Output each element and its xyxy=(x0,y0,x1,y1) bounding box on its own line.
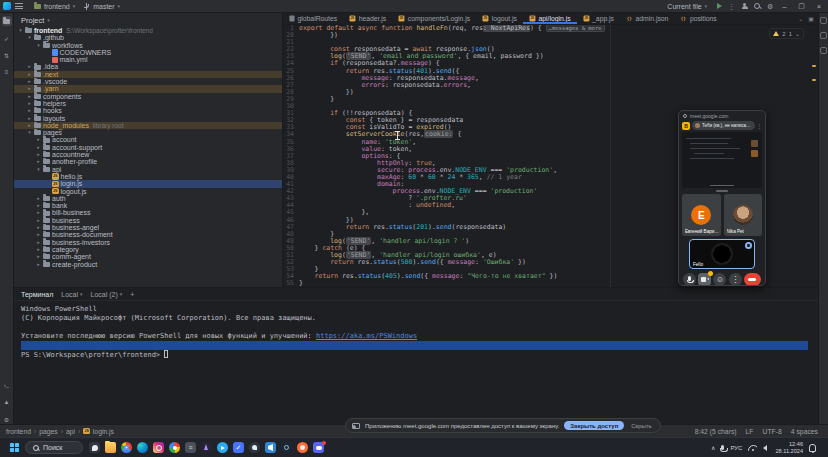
tree-item-hooks[interactable]: ▸hooks xyxy=(14,107,282,114)
terminal-output[interactable]: Windows PowerShell(C) Корпорация Майкрос… xyxy=(14,301,818,359)
commit-tool-icon[interactable]: ✓ xyxy=(2,33,12,43)
code-line[interactable]: 29} xyxy=(283,96,818,103)
tree-item-.yarn[interactable]: ▸.yarn xyxy=(14,85,282,92)
search-everywhere-icon[interactable] xyxy=(754,3,761,10)
run-button[interactable] xyxy=(717,3,722,9)
breadcrumb-item[interactable]: frontend xyxy=(6,428,31,435)
tree-item-login.js[interactable]: login.js xyxy=(14,180,282,187)
tree-item-bank[interactable]: ▸bank xyxy=(14,202,282,209)
participant-tile[interactable]: EЕвгений Вари… xyxy=(682,194,721,236)
code-line[interactable]: 28}) xyxy=(283,89,818,96)
editor-tab-api/login.js[interactable]: api/login.js xyxy=(523,13,577,24)
meet-notification[interactable]: B Тебя (кв.), не написали м… ⋮ xyxy=(679,120,765,131)
meet-window[interactable]: meet.google.com B Тебя (кв.), не написал… xyxy=(678,110,766,286)
meet-titlebar[interactable]: meet.google.com xyxy=(679,111,765,120)
terminal-title[interactable]: Терминал xyxy=(21,291,53,298)
more-actions-icon[interactable]: ⋮ xyxy=(728,3,735,10)
github-icon[interactable] xyxy=(249,442,260,453)
edge-icon[interactable] xyxy=(137,442,148,453)
terminal-tab-local-2[interactable]: Local (2) ▾ xyxy=(91,291,123,298)
tree-item-node_modules[interactable]: ▸node_modules library root xyxy=(14,122,282,129)
project-widget[interactable]: frontend ▾ xyxy=(30,2,79,11)
tree-item-accountnew[interactable]: ▸accountnew xyxy=(14,151,282,158)
status-widget[interactable]: 8:42 (5 chars) xyxy=(695,428,737,435)
gradle-tool-icon[interactable] xyxy=(820,32,827,39)
minimize-button[interactable]: – xyxy=(779,3,789,10)
inspection-widget[interactable]: 2 1 ⌄ xyxy=(769,28,804,39)
tree-item-.github[interactable]: ▾.github xyxy=(14,34,282,41)
terminal-tool-icon[interactable]: ›_ xyxy=(2,380,12,390)
terminal-tab-local[interactable]: Local ▾ xyxy=(61,291,82,298)
tree-item-layouts[interactable]: ▸layouts xyxy=(14,115,282,122)
photos-icon[interactable] xyxy=(169,442,180,453)
tree-item-hello.js[interactable]: hello.js xyxy=(14,173,282,180)
tree-item-main.yml[interactable]: main.yml xyxy=(14,56,282,63)
terminal-link[interactable]: https://aka.ms/PSWindows xyxy=(316,332,417,340)
notes-icon[interactable] xyxy=(185,442,196,453)
services-tool-icon[interactable]: ⚙ xyxy=(2,414,12,424)
editor-tab-header.js[interactable]: header.js xyxy=(343,13,392,24)
hidden-tabs-icon[interactable]: ⌄ xyxy=(798,15,803,22)
messenger-icon[interactable] xyxy=(89,442,100,453)
new-terminal-icon[interactable]: + xyxy=(130,291,134,298)
notifications-tool-icon[interactable] xyxy=(820,17,827,24)
mic-button[interactable] xyxy=(683,273,696,286)
tray-clock[interactable]: 12:46 28.11.2024 xyxy=(775,441,803,454)
tree-item-components[interactable]: ▸components xyxy=(14,93,282,100)
explorer-icon[interactable] xyxy=(105,442,116,453)
editor-tab-components/Login.js[interactable]: components/Login.js xyxy=(392,13,476,24)
database-tool-icon[interactable] xyxy=(820,47,827,54)
status-widget[interactable]: LF xyxy=(746,428,754,435)
breadcrumb-item[interactable]: pages xyxy=(39,428,58,435)
editor-tab-globalRoutes[interactable]: globalRoutes xyxy=(283,13,343,24)
project-tool-icon[interactable] xyxy=(2,16,12,26)
notification-pill[interactable]: Тебя (кв.), не написали м… xyxy=(692,121,755,130)
screen-share-preview[interactable] xyxy=(682,132,762,188)
ticktick-icon[interactable] xyxy=(233,442,244,453)
reactions-button[interactable] xyxy=(713,273,726,286)
code-line[interactable]: 1export default async function handleFn(… xyxy=(283,25,818,32)
volume-icon[interactable] xyxy=(763,445,767,451)
run-config-selector[interactable]: Current file ▾ xyxy=(663,2,711,11)
steam-icon[interactable] xyxy=(281,442,292,453)
vscode-icon[interactable] xyxy=(265,442,276,453)
tree-item-helpers[interactable]: ▸helpers xyxy=(14,100,282,107)
editor-tab-logout.js[interactable]: logout.js xyxy=(476,13,523,24)
tree-item-pages[interactable]: ▾pages xyxy=(14,129,282,136)
tree-item-.next[interactable]: ▸.next xyxy=(14,71,282,78)
structure-tool-icon[interactable]: ≡ xyxy=(2,67,12,77)
tree-item-.idea[interactable]: ▸.idea xyxy=(14,63,282,70)
camera-button[interactable] xyxy=(698,273,711,286)
tree-item-.vscode[interactable]: ▸.vscode xyxy=(14,78,282,85)
tree-item-business-investors[interactable]: ▸business-investors xyxy=(14,239,282,246)
tree-item-comm-agent[interactable]: ▸comm-agent xyxy=(14,253,282,260)
problems-tool-icon[interactable]: ▲ xyxy=(2,397,12,407)
status-widget[interactable]: UTF-8 xyxy=(763,428,782,435)
tray-microphone-icon[interactable] xyxy=(721,445,724,450)
tree-item-api[interactable]: ▾api xyxy=(14,166,282,173)
editor-scrollbar[interactable] xyxy=(810,27,818,287)
project-panel-header[interactable]: Project ▾ xyxy=(14,13,282,27)
status-widget[interactable]: 4 spaces xyxy=(791,428,818,435)
split-editor-icon[interactable]: ▣ xyxy=(808,15,814,22)
code-line[interactable]: 20}) xyxy=(283,32,818,39)
discord-icon[interactable] xyxy=(313,442,324,453)
maximize-button[interactable]: ▢ xyxy=(795,2,808,10)
tree-item-frontend[interactable]: ▾frontend S:\Workspace\profter\frontend xyxy=(14,27,282,34)
tree-item-business-document[interactable]: ▸business-document xyxy=(14,231,282,238)
telegram-icon[interactable] xyxy=(217,442,228,453)
code-line[interactable]: 27errors: responsedata.errors, xyxy=(283,82,818,89)
close-button[interactable]: × xyxy=(814,3,824,10)
instagram-icon[interactable] xyxy=(153,442,164,453)
tree-item-account-support[interactable]: ▸account-support xyxy=(14,144,282,151)
scrollbar-warning-mark[interactable] xyxy=(812,65,816,67)
participant-tile[interactable]: Nika Pet xyxy=(724,194,763,236)
scrollbar-warning-mark[interactable] xyxy=(812,79,816,81)
pull-requests-tool-icon[interactable]: ⇅ xyxy=(2,50,12,60)
wifi-icon[interactable] xyxy=(748,444,757,451)
chrome-icon[interactable] xyxy=(121,442,132,453)
hide-banner-button[interactable]: Скрыть xyxy=(629,423,653,429)
tree-item-business-angel[interactable]: ▸business-angel xyxy=(14,224,282,231)
settings-gear-icon[interactable]: ⚙ xyxy=(767,3,773,10)
taskbar-search[interactable]: Поиск xyxy=(25,441,83,454)
